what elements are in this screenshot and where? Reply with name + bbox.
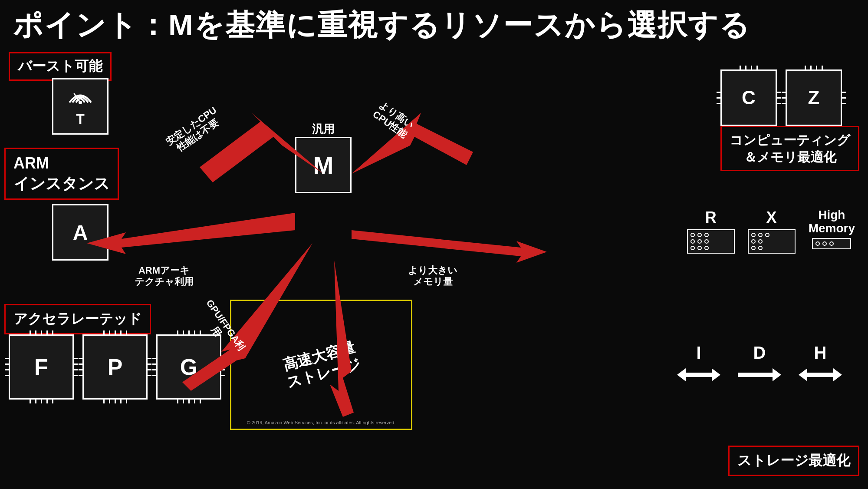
storage-optimized-label: ストレージ最適化	[728, 446, 859, 476]
f-instance-box: F	[9, 334, 74, 400]
m-instance-box: M	[295, 137, 352, 193]
high-memory-label: High Memory	[809, 208, 855, 235]
storage-yellow-box: 高速大容量 ストレージ © 2019, Amazon Web Services,…	[230, 300, 412, 430]
copyright-text: © 2019, Amazon Web Services, Inc. or its…	[247, 420, 396, 425]
high-memory-server-box	[812, 238, 851, 249]
cz-boxes: C Z	[720, 69, 842, 126]
general-label: 汎用	[312, 122, 335, 137]
a-instance-box: A	[52, 204, 108, 261]
x-server-box	[748, 229, 796, 254]
f-letter: F	[34, 354, 48, 380]
rxh-boxes: R X	[687, 208, 855, 254]
arm-label: ARM インスタンス	[4, 148, 119, 200]
d-arrow	[738, 366, 781, 383]
i-letter: I	[696, 343, 701, 363]
accel-label: アクセラレーテッド	[4, 304, 151, 334]
svg-marker-3	[738, 368, 781, 381]
wifi-icon	[67, 86, 93, 109]
t-letter: T	[76, 111, 85, 127]
svg-marker-8	[87, 213, 295, 254]
computing-label: コンピューティング ＆メモリ最適化	[720, 126, 859, 171]
fpg-boxes: F P G	[9, 334, 221, 400]
high-memory-group: High Memory	[809, 208, 855, 249]
z-letter: Z	[808, 87, 820, 109]
d-group: D	[738, 343, 781, 383]
svg-marker-2	[677, 368, 720, 381]
c-letter: C	[742, 87, 756, 109]
z-instance-box: Z	[786, 69, 842, 126]
i-group: I	[677, 343, 720, 383]
r-group: R	[687, 208, 735, 254]
g-instance-box: G	[156, 334, 221, 400]
i-arrow	[677, 366, 720, 383]
h-letter: H	[814, 343, 827, 363]
p-instance-box: P	[82, 334, 148, 400]
storage-inner-text: 高速大容量 ストレージ	[280, 338, 362, 392]
r-letter: R	[705, 208, 717, 227]
idh-boxes: I D H	[677, 343, 842, 383]
burst-label: バースト可能	[9, 52, 112, 81]
c-instance-box: C	[720, 69, 777, 126]
t-instance-box: T	[52, 78, 108, 135]
content-area: バースト可能 T ARM インスタンス A C	[0, 48, 868, 489]
svg-marker-9	[352, 230, 547, 263]
arrow-label-top-right: より高い CPU性能	[370, 99, 416, 141]
h-group: H	[799, 343, 842, 383]
x-letter: X	[766, 208, 777, 227]
arrow-label-arm: ARMアーキ テクチャ利用	[135, 265, 194, 288]
r-server-box	[687, 229, 735, 254]
d-letter: D	[753, 343, 766, 363]
arrow-label-memory: より大きい メモリ量	[408, 265, 457, 288]
m-box-container: 汎用 M	[295, 122, 352, 193]
p-letter: P	[108, 354, 123, 380]
svg-marker-4	[799, 368, 842, 381]
g-letter: G	[180, 354, 197, 380]
page-title: ポイント：Mを基準に重視するリソースから選択する	[0, 0, 868, 46]
x-group: X	[748, 208, 796, 254]
arrow-label-top-left: 安定したCPU 性能は不要	[164, 105, 225, 158]
h-arrow	[799, 366, 842, 383]
